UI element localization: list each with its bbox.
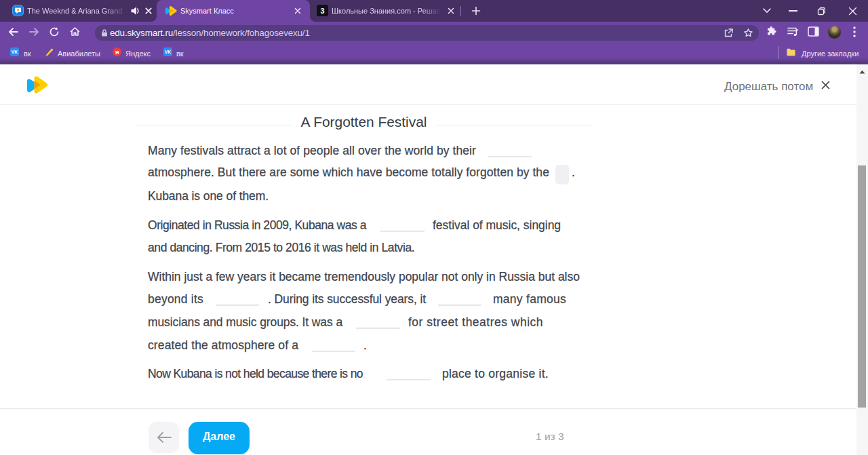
svg-text:VK: VK bbox=[165, 50, 172, 54]
svg-text:3: 3 bbox=[320, 7, 324, 15]
svg-text:Я: Я bbox=[115, 50, 119, 56]
svg-text:VK: VK bbox=[12, 50, 18, 54]
